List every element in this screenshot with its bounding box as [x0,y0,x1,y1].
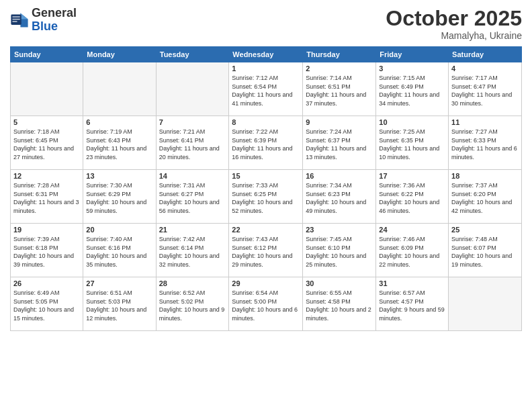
table-row: 1Sunrise: 7:12 AM Sunset: 6:54 PM Daylig… [229,62,303,116]
day-number: 1 [232,64,300,73]
header-monday: Monday [83,47,156,62]
day-info: Sunrise: 7:18 AM Sunset: 6:45 PM Dayligh… [13,128,80,161]
table-row: 18Sunrise: 7:37 AM Sunset: 6:20 PM Dayli… [449,170,522,224]
location: Mamalyha, Ukraine [386,30,522,41]
day-info: Sunrise: 7:37 AM Sunset: 6:20 PM Dayligh… [451,181,519,215]
day-info: Sunrise: 7:19 AM Sunset: 6:43 PM Dayligh… [86,128,152,161]
day-number: 19 [13,226,80,234]
table-row: 17Sunrise: 7:36 AM Sunset: 6:22 PM Dayli… [376,170,449,224]
calendar-week-row: 1Sunrise: 7:12 AM Sunset: 6:54 PM Daylig… [11,62,522,116]
table-row: 20Sunrise: 7:40 AM Sunset: 6:16 PM Dayli… [83,224,156,277]
day-info: Sunrise: 7:34 AM Sunset: 6:23 PM Dayligh… [306,181,373,215]
day-number: 30 [306,279,373,287]
day-number: 2 [306,64,373,73]
day-info: Sunrise: 6:51 AM Sunset: 5:03 PM Dayligh… [86,289,152,322]
table-row [156,62,229,116]
header-sunday: Sunday [11,47,83,62]
month-title: October 2025 [386,7,522,30]
calendar-week-row: 19Sunrise: 7:39 AM Sunset: 6:18 PM Dayli… [11,224,522,277]
page-container: General Blue October 2025 Mamalyha, Ukra… [0,0,532,338]
table-row: 23Sunrise: 7:45 AM Sunset: 6:10 PM Dayli… [303,224,376,277]
day-info: Sunrise: 6:52 AM Sunset: 5:02 PM Dayligh… [159,289,226,322]
header-wednesday: Wednesday [229,47,303,62]
day-number: 23 [306,226,373,234]
day-number: 26 [13,279,80,287]
day-info: Sunrise: 7:25 AM Sunset: 6:35 PM Dayligh… [379,128,445,161]
table-row: 9Sunrise: 7:24 AM Sunset: 6:37 PM Daylig… [303,116,376,170]
header-tuesday: Tuesday [156,47,229,62]
day-number: 13 [86,172,152,180]
table-row: 3Sunrise: 7:15 AM Sunset: 6:49 PM Daylig… [376,62,449,116]
logo-text: General Blue [32,7,77,34]
day-number: 14 [159,172,226,180]
day-info: Sunrise: 7:15 AM Sunset: 6:49 PM Dayligh… [379,74,445,107]
table-row: 28Sunrise: 6:52 AM Sunset: 5:02 PM Dayli… [156,277,229,331]
page-header: General Blue October 2025 Mamalyha, Ukra… [10,7,522,41]
table-row [11,62,83,116]
day-info: Sunrise: 6:55 AM Sunset: 4:58 PM Dayligh… [306,289,373,322]
day-number: 12 [13,172,80,180]
day-number: 18 [451,172,519,180]
day-info: Sunrise: 6:49 AM Sunset: 5:05 PM Dayligh… [13,289,80,322]
day-number: 29 [232,279,300,287]
day-number: 15 [232,172,300,180]
header-saturday: Saturday [449,47,522,62]
day-info: Sunrise: 7:12 AM Sunset: 6:54 PM Dayligh… [232,74,300,107]
table-row: 26Sunrise: 6:49 AM Sunset: 5:05 PM Dayli… [11,277,83,331]
header-friday: Friday [376,47,449,62]
calendar-week-row: 12Sunrise: 7:28 AM Sunset: 6:31 PM Dayli… [11,170,522,224]
day-info: Sunrise: 7:27 AM Sunset: 6:33 PM Dayligh… [451,128,519,161]
title-block: October 2025 Mamalyha, Ukraine [386,7,522,41]
day-number: 27 [86,279,152,287]
svg-rect-4 [13,16,20,17]
day-number: 22 [232,226,300,234]
day-number: 16 [306,172,373,180]
logo: General Blue [10,7,77,34]
logo-icon [10,11,29,30]
day-info: Sunrise: 7:33 AM Sunset: 6:25 PM Dayligh… [232,181,300,215]
day-number: 17 [379,172,445,180]
table-row: 14Sunrise: 7:31 AM Sunset: 6:27 PM Dayli… [156,170,229,224]
day-info: Sunrise: 7:14 AM Sunset: 6:51 PM Dayligh… [306,74,373,107]
calendar-week-row: 26Sunrise: 6:49 AM Sunset: 5:05 PM Dayli… [11,277,522,331]
day-info: Sunrise: 7:39 AM Sunset: 6:18 PM Dayligh… [13,235,80,269]
day-info: Sunrise: 7:36 AM Sunset: 6:22 PM Dayligh… [379,181,445,215]
svg-rect-5 [13,19,20,19]
calendar-header-row: Sunday Monday Tuesday Wednesday Thursday… [11,47,522,62]
table-row: 10Sunrise: 7:25 AM Sunset: 6:35 PM Dayli… [376,116,449,170]
table-row: 5Sunrise: 7:18 AM Sunset: 6:45 PM Daylig… [11,116,83,170]
table-row: 27Sunrise: 6:51 AM Sunset: 5:03 PM Dayli… [83,277,156,331]
day-info: Sunrise: 7:43 AM Sunset: 6:12 PM Dayligh… [232,235,300,269]
day-number: 20 [86,226,152,234]
day-info: Sunrise: 7:24 AM Sunset: 6:37 PM Dayligh… [306,128,373,161]
table-row: 8Sunrise: 7:22 AM Sunset: 6:39 PM Daylig… [229,116,303,170]
table-row: 30Sunrise: 6:55 AM Sunset: 4:58 PM Dayli… [303,277,376,331]
logo-line1: General [32,6,77,19]
table-row [83,62,156,116]
day-number: 5 [13,118,80,126]
table-row: 11Sunrise: 7:27 AM Sunset: 6:33 PM Dayli… [449,116,522,170]
calendar-week-row: 5Sunrise: 7:18 AM Sunset: 6:45 PM Daylig… [11,116,522,170]
day-number: 21 [159,226,226,234]
table-row: 4Sunrise: 7:17 AM Sunset: 6:47 PM Daylig… [449,62,522,116]
day-number: 4 [451,64,519,73]
day-info: Sunrise: 7:42 AM Sunset: 6:14 PM Dayligh… [159,235,226,269]
day-info: Sunrise: 6:57 AM Sunset: 4:57 PM Dayligh… [379,289,445,322]
svg-marker-2 [20,13,28,19]
day-number: 11 [451,118,519,126]
table-row: 24Sunrise: 7:46 AM Sunset: 6:09 PM Dayli… [376,224,449,277]
day-number: 9 [306,118,373,126]
table-row: 15Sunrise: 7:33 AM Sunset: 6:25 PM Dayli… [229,170,303,224]
day-number: 28 [159,279,226,287]
day-info: Sunrise: 7:31 AM Sunset: 6:27 PM Dayligh… [159,181,226,215]
calendar-table: Sunday Monday Tuesday Wednesday Thursday… [10,46,522,331]
day-info: Sunrise: 7:17 AM Sunset: 6:47 PM Dayligh… [451,74,519,107]
day-number: 7 [159,118,226,126]
day-number: 24 [379,226,445,234]
header-thursday: Thursday [303,47,376,62]
day-info: Sunrise: 7:45 AM Sunset: 6:10 PM Dayligh… [306,235,373,269]
day-info: Sunrise: 7:28 AM Sunset: 6:31 PM Dayligh… [13,181,80,215]
table-row: 6Sunrise: 7:19 AM Sunset: 6:43 PM Daylig… [83,116,156,170]
table-row: 12Sunrise: 7:28 AM Sunset: 6:31 PM Dayli… [11,170,83,224]
day-info: Sunrise: 7:30 AM Sunset: 6:29 PM Dayligh… [86,181,152,215]
